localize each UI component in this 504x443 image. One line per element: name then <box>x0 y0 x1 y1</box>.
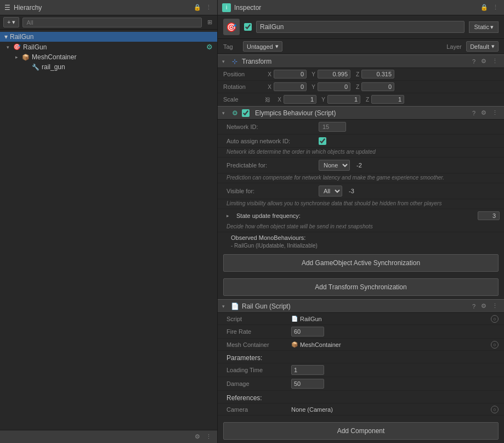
transform-header[interactable]: ▾ ⊹ Transform ? ⚙ ⋮ <box>218 54 504 68</box>
static-label: Static <box>474 24 489 30</box>
mono-title: Observed MonoBehaviours: <box>231 234 495 241</box>
tag-layer-row: Tag Untagged ▾ Layer Default ▾ <box>218 39 504 54</box>
fire-rate-input[interactable] <box>291 327 324 337</box>
visible-dropdown[interactable]: All <box>319 186 342 197</box>
rotation-z-input[interactable] <box>361 82 394 91</box>
bottom-more-icon[interactable]: ⋮ <box>204 433 213 441</box>
rotation-y-input[interactable] <box>318 82 350 91</box>
script-value: 📄 RailGun <box>291 316 486 322</box>
auto-assign-checkbox[interactable] <box>319 137 326 145</box>
gear-icon[interactable]: ⚙ <box>206 43 213 51</box>
tree-item-railgun[interactable]: ▾ 🎯 RailGun ⚙ <box>0 42 217 52</box>
elympics-more[interactable]: ⋮ <box>490 109 500 117</box>
tree-arrow-railgun: ▾ <box>4 44 11 51</box>
scale-x-label: X <box>275 97 281 103</box>
rotation-x-input[interactable] <box>274 82 307 91</box>
tree-item-meshcontainer[interactable]: ▸ 📦 MeshContainer <box>0 52 217 62</box>
more-icon[interactable]: ⋮ <box>204 3 213 12</box>
transform-actions: ? ⚙ ⋮ <box>471 57 500 65</box>
state-freq-input[interactable] <box>478 211 500 220</box>
mesh-value: 📦 MeshContainer <box>291 341 486 348</box>
add-gameobject-sync-button[interactable]: Add GameObject Active Synchronization <box>223 254 499 272</box>
state-freq-note: Decide how often object state will be se… <box>218 222 504 232</box>
position-x-input[interactable] <box>274 70 307 78</box>
pos-y-label: Y <box>309 71 315 77</box>
auto-assign-note: Network ids determine the order in which… <box>218 148 504 158</box>
meshcontainer-label: MeshContainer <box>32 53 76 61</box>
add-button[interactable]: + ▾ <box>3 17 19 27</box>
network-id-input[interactable] <box>319 122 346 132</box>
position-xyz: X Y Z <box>265 70 499 78</box>
params-header: Parameters: <box>218 351 504 363</box>
rail-gun-title: Rail Gun (Script) <box>242 302 467 310</box>
predictable-dropdown[interactable]: None <box>319 160 350 171</box>
rotation-row: Rotation X Y Z <box>218 81 504 93</box>
elympics-title: Elympics Behaviour (Script) <box>255 109 467 117</box>
tree-item-railgun-child[interactable]: ▸ 🔧 rail_gun <box>0 62 217 72</box>
elympics-settings[interactable]: ⚙ <box>479 109 488 117</box>
scale-z-input[interactable] <box>371 95 404 104</box>
tag-dropdown[interactable]: Untagged ▾ <box>243 41 282 52</box>
bottom-lock-icon[interactable]: ⚙ <box>193 433 202 441</box>
scale-label: Scale <box>223 96 262 103</box>
state-freq-row: ▸ State update frequency: <box>218 209 504 222</box>
filter-icon[interactable]: ⊞ <box>205 18 214 27</box>
position-z-input[interactable] <box>361 70 394 78</box>
static-button[interactable]: Static ▾ <box>469 21 499 33</box>
rg-help[interactable]: ? <box>471 302 477 310</box>
inspector-more-icon[interactable]: ⋮ <box>491 3 500 12</box>
pos-z-label: Z <box>353 71 359 77</box>
damage-input[interactable] <box>291 379 324 389</box>
fire-rate-row: Fire Rate <box>218 325 504 339</box>
script-label: Script <box>226 316 287 322</box>
state-freq-label: State update frequency: <box>236 212 473 219</box>
camera-label: Camera <box>226 406 287 413</box>
add-component-button[interactable]: Add Component <box>223 422 499 440</box>
hierarchy-icon: ☰ <box>4 4 10 12</box>
elympics-header[interactable]: ▾ ⚙ Elympics Behaviour (Script) ? ⚙ ⋮ <box>218 106 504 120</box>
search-input[interactable] <box>22 18 202 27</box>
tag-label: Tag <box>223 43 239 50</box>
inspector-icon: i <box>222 3 231 12</box>
elympics-enabled[interactable] <box>242 109 250 117</box>
transform-help[interactable]: ? <box>471 58 477 65</box>
scene-label: ▾ RailGun <box>0 32 217 42</box>
inspector-lock-icon[interactable]: 🔒 <box>480 3 489 12</box>
mesh-value-text: MeshContainer <box>300 341 341 348</box>
scale-x-input[interactable] <box>284 95 316 104</box>
go-active-checkbox[interactable] <box>244 23 252 31</box>
loading-time-label: Loading Time <box>226 367 287 373</box>
elympics-help[interactable]: ? <box>471 109 477 117</box>
lock-icon[interactable]: 🔒 <box>193 3 202 12</box>
transform-settings[interactable]: ⚙ <box>479 57 488 65</box>
mesh-circle-btn[interactable]: ○ <box>491 341 499 349</box>
camera-row: Camera None (Camera) ○ <box>218 403 504 416</box>
predictable-note: Prediction can compensate for network la… <box>218 173 504 183</box>
network-id-row: Network ID: <box>218 120 504 134</box>
scene-icon: ▾ <box>4 33 8 41</box>
rg-more[interactable]: ⋮ <box>490 302 500 310</box>
script-circle-btn[interactable]: ○ <box>491 315 499 323</box>
script-field-row: Script 📄 RailGun ○ <box>218 313 504 325</box>
camera-circle-btn[interactable]: ○ <box>491 406 499 413</box>
position-y-input[interactable] <box>318 70 350 78</box>
hierarchy-bottom: ⚙ ⋮ <box>0 430 217 443</box>
scale-row: Scale ⛓ X Y Z <box>218 93 504 106</box>
add-transform-sync-button[interactable]: Add Transform Synchronization <box>223 278 499 296</box>
camera-value: None (Camera) <box>291 406 486 413</box>
scale-y-input[interactable] <box>327 95 360 104</box>
bottom-icons: ⚙ ⋮ <box>193 433 213 441</box>
mesh-ref-icon: 📦 <box>291 341 298 347</box>
rg-script-icon: 📄 <box>231 302 239 310</box>
go-name-input[interactable] <box>256 21 465 33</box>
scene-name: RailGun <box>10 33 33 41</box>
rg-settings[interactable]: ⚙ <box>479 302 488 310</box>
tag-value: Untagged <box>247 43 273 50</box>
transform-more[interactable]: ⋮ <box>490 57 500 65</box>
loading-time-input[interactable] <box>291 365 324 375</box>
go-icon: 🎯 <box>223 19 240 35</box>
layer-dropdown[interactable]: Default ▾ <box>466 41 499 52</box>
rail-gun-header[interactable]: ▾ 📄 Rail Gun (Script) ? ⚙ ⋮ <box>218 299 504 313</box>
hierarchy-toolbar: + ▾ ⊞ <box>0 15 217 30</box>
layer-value: Default <box>470 43 489 50</box>
